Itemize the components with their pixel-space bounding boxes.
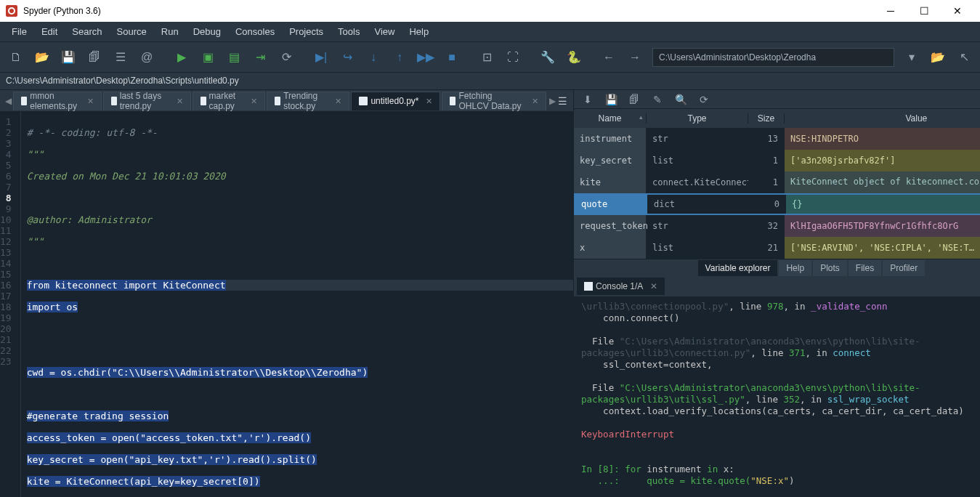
at-icon[interactable]: @ — [135, 46, 158, 69]
close-button[interactable]: ✕ — [941, 0, 974, 22]
tab-help[interactable]: Help — [779, 260, 811, 276]
titlebar: Spyder (Python 3.6) ─ ☐ ✕ — [0, 0, 980, 22]
file-icon — [275, 97, 280, 105]
tab-variable-explorer[interactable]: Variable explorer — [698, 260, 778, 276]
close-tab-icon[interactable]: ✕ — [251, 97, 257, 106]
save-icon[interactable]: 💾 — [57, 46, 80, 69]
fullscreen-icon[interactable]: ⛶ — [501, 46, 525, 69]
close-tab-icon[interactable]: ✕ — [87, 97, 94, 106]
minimize-button[interactable]: ─ — [874, 0, 907, 22]
forward-icon[interactable]: → — [623, 46, 647, 69]
tab-label: Fetching OHLCV Data.py — [458, 91, 524, 111]
file-icon — [450, 97, 455, 105]
run-selection-icon[interactable]: ⇥ — [248, 46, 272, 69]
parent-dir-icon[interactable]: ↖ — [952, 46, 976, 69]
tab-last5days[interactable]: last 5 days trend.py✕ — [103, 92, 191, 110]
menu-edit[interactable]: Edit — [34, 23, 65, 40]
cell-icon[interactable]: ☰ — [109, 46, 132, 69]
python-path-icon[interactable]: 🐍 — [562, 46, 586, 69]
step-out-icon[interactable]: ↑ — [388, 46, 411, 69]
menu-projects[interactable]: Projects — [282, 23, 331, 40]
header-value[interactable]: Value — [785, 113, 980, 124]
var-row-request-token[interactable]: request_tokenstr32KlHIgaaO6FH5TDF8YfnwCr… — [574, 215, 980, 237]
tab-label: mmon elements.py — [30, 91, 80, 111]
file-icon — [359, 97, 368, 105]
tab-menu-icon[interactable]: ☰ — [558, 95, 567, 107]
new-file-icon[interactable]: 🗋 — [4, 46, 28, 69]
dropdown-icon[interactable]: ▾ — [900, 46, 923, 69]
run-icon[interactable]: ▶ — [170, 46, 193, 69]
step-into-icon[interactable]: ↓ — [362, 46, 385, 69]
menu-view[interactable]: View — [367, 23, 402, 40]
save-as-icon[interactable]: 🗐 — [626, 94, 642, 105]
menu-source[interactable]: Source — [110, 23, 154, 40]
maximize-button[interactable]: ☐ — [907, 0, 941, 22]
variable-explorer-toolbar: ⬇ 💾 🗐 ✎ 🔍 ⟳ — [574, 90, 980, 109]
menu-search[interactable]: Search — [65, 23, 109, 40]
close-tab-icon[interactable]: ✕ — [532, 97, 538, 106]
run-cell-icon[interactable]: ▣ — [196, 46, 219, 69]
console-output[interactable]: \urllib3\connectionpool.py", line 978, i… — [574, 296, 980, 497]
save-all-icon[interactable]: 🗐 — [83, 46, 106, 69]
menu-tools[interactable]: Tools — [331, 23, 367, 40]
header-name[interactable]: Name▴ — [574, 113, 647, 124]
browse-dir-icon[interactable]: 📂 — [926, 46, 949, 69]
menu-help[interactable]: Help — [402, 23, 436, 40]
close-tab-icon[interactable]: ✕ — [426, 97, 432, 106]
var-row-key-secret[interactable]: key_secretlist1['a3n208jsrbafv82f'] — [574, 150, 980, 171]
stop-icon[interactable]: ⊡ — [475, 46, 498, 69]
var-row-x[interactable]: xlist21['NSE:ARVIND', 'NSE:CIPLA', 'NSE:… — [574, 237, 980, 259]
header-size[interactable]: Size — [748, 113, 785, 124]
tab-fetching[interactable]: Fetching OHLCV Data.py✕ — [442, 92, 546, 110]
menu-debug[interactable]: Debug — [186, 23, 228, 40]
tab-scroll-right[interactable]: ▶ — [548, 96, 558, 106]
menu-file[interactable]: File — [4, 23, 34, 40]
variable-table: Name▴ Type Size Value instrumentstr13NSE… — [574, 109, 980, 259]
variable-table-header[interactable]: Name▴ Type Size Value — [574, 109, 980, 128]
console-panel: Console 1/A✕ ■ ✎ ☰ \urllib3\connectionpo… — [574, 276, 980, 497]
line-gutter: 1234567891011121314151617181920212223 — [0, 112, 21, 497]
close-tab-icon[interactable]: ✕ — [177, 97, 183, 106]
run-cell-advance-icon[interactable]: ▤ — [222, 46, 246, 69]
tab-files[interactable]: Files — [849, 260, 881, 276]
close-console-icon[interactable]: ✕ — [650, 281, 657, 291]
menu-run[interactable]: Run — [154, 23, 186, 40]
clear-icon[interactable]: ✎ — [649, 94, 665, 105]
tab-profiler[interactable]: Profiler — [883, 260, 925, 276]
rerun-icon[interactable]: ⟳ — [275, 46, 298, 69]
tab-mmon-elements[interactable]: mmon elements.py✕ — [13, 92, 102, 110]
var-row-kite[interactable]: kiteconnect.KiteConnect1KiteConnect obje… — [574, 171, 980, 193]
import-data-icon[interactable]: ⬇ — [580, 94, 596, 105]
refresh-icon[interactable]: ⟳ — [696, 94, 712, 105]
debug-icon[interactable]: ▶| — [309, 46, 333, 69]
working-dir-input[interactable]: C:\Users\Administrator\Desktop\Zerodha — [652, 48, 894, 67]
tab-plots[interactable]: Plots — [813, 260, 847, 276]
var-row-instrument[interactable]: instrumentstr13NSE:HINDPETRO — [574, 128, 980, 150]
tab-untitled0[interactable]: untitled0.py*✕ — [351, 92, 440, 110]
save-data-icon[interactable]: 💾 — [603, 94, 619, 105]
menu-consoles[interactable]: Consoles — [228, 23, 282, 40]
preferences-icon[interactable]: 🔧 — [536, 46, 559, 69]
tab-marketcap[interactable]: market cap.py✕ — [193, 92, 266, 110]
header-type[interactable]: Type — [647, 113, 748, 124]
sort-icon: ▴ — [639, 113, 643, 121]
continue-icon[interactable]: ▶▶ — [414, 46, 437, 69]
step-over-icon[interactable]: ↪ — [336, 46, 359, 69]
var-row-quote[interactable]: quotedict0{} — [574, 193, 980, 215]
file-path-bar: C:\Users\Administrator\Desktop\Zerodha\S… — [0, 73, 980, 90]
file-icon — [111, 97, 117, 105]
right-panel-tabs: Variable explorer Help Plots Files Profi… — [574, 259, 980, 276]
window-title: Spyder (Python 3.6) — [23, 6, 874, 16]
editor-tabs: ◀ mmon elements.py✕ last 5 days trend.py… — [0, 90, 573, 112]
open-file-icon[interactable]: 📂 — [31, 46, 54, 69]
tab-label: last 5 days trend.py — [120, 91, 169, 111]
tab-scroll-left[interactable]: ◀ — [3, 96, 13, 106]
code-content[interactable]: # -*- coding: utf-8 -*- """ Created on M… — [21, 112, 573, 497]
code-editor[interactable]: 1234567891011121314151617181920212223 # … — [0, 112, 573, 497]
console-tab-1a[interactable]: Console 1/A✕ — [577, 278, 665, 295]
close-tab-icon[interactable]: ✕ — [335, 97, 341, 106]
tab-trending[interactable]: Trending stock.py✕ — [267, 92, 349, 110]
back-icon[interactable]: ← — [597, 46, 620, 69]
search-var-icon[interactable]: 🔍 — [673, 94, 689, 105]
stop-debug-icon[interactable]: ■ — [440, 46, 463, 69]
